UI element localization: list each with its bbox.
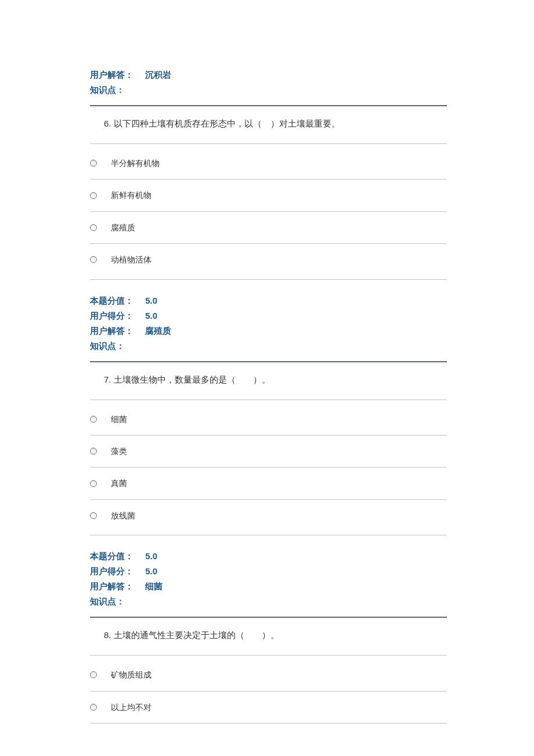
question-7-stem: 7. 土壤微生物中，数量最多的是（ ）。 <box>90 373 447 387</box>
option-label: 藻类 <box>111 445 127 458</box>
option-label: 矿物质组成 <box>111 668 151 681</box>
user-score-line: 用户得分： 5.0 <box>90 564 447 578</box>
question-7-options: 细菌 藻类 真菌 放线菌 <box>90 399 447 536</box>
option-row[interactable]: 以上均不对 <box>90 699 447 716</box>
radio-icon[interactable] <box>90 671 97 678</box>
user-answer-value: 腐殖质 <box>145 326 171 336</box>
question-score-value: 5.0 <box>145 551 157 561</box>
knowledge-point-label: 知识点： <box>90 341 125 351</box>
option-divider <box>90 243 447 244</box>
option-row[interactable]: 腐殖质 <box>90 219 447 236</box>
user-answer-value: 沉积岩 <box>145 70 171 80</box>
question-6-stem: 6. 以下四种土壤有机质存在形态中，以（ ）对土壤最重要。 <box>90 117 447 131</box>
radio-icon[interactable] <box>90 160 97 167</box>
option-label: 动植物活体 <box>111 253 151 266</box>
knowledge-point-line: 知识点： <box>90 595 447 609</box>
option-label: 以上均不对 <box>111 701 151 714</box>
knowledge-point-line: 知识点： <box>90 83 447 97</box>
option-row[interactable]: 矿物质组成 <box>90 666 447 683</box>
user-score-label: 用户得分： <box>90 311 134 321</box>
radio-icon[interactable] <box>90 224 97 231</box>
user-answer-label: 用户解答： <box>90 70 134 80</box>
question-7-result: 本题分值： 5.0 用户得分： 5.0 用户解答： 细菌 知识点： <box>90 549 447 609</box>
option-row[interactable]: 放线菌 <box>90 507 447 524</box>
option-label: 新鲜有机物 <box>111 189 151 201</box>
prev-result-block: 用户解答： 沉积岩 知识点： <box>90 68 447 97</box>
user-score-line: 用户得分： 5.0 <box>90 309 447 323</box>
option-divider <box>90 435 447 435</box>
question-score-label: 本题分值： <box>90 296 134 305</box>
option-label: 真菌 <box>111 477 127 489</box>
question-score-line: 本题分值： 5.0 <box>90 294 447 308</box>
option-row[interactable]: 细菌 <box>90 411 447 428</box>
radio-icon[interactable] <box>90 704 97 711</box>
user-answer-line: 用户解答： 沉积岩 <box>90 68 447 82</box>
user-score-value: 5.0 <box>145 311 157 321</box>
user-answer-label: 用户解答： <box>90 326 134 336</box>
knowledge-point-label: 知识点： <box>90 596 125 606</box>
user-answer-line: 用户解答： 腐殖质 <box>90 324 447 338</box>
option-label: 半分解有机物 <box>111 157 160 170</box>
radio-icon[interactable] <box>90 192 97 199</box>
section-divider <box>90 105 447 106</box>
radio-icon[interactable] <box>90 256 97 263</box>
option-divider <box>90 499 447 500</box>
option-divider <box>90 179 447 179</box>
question-8-stem: 8. 土壤的通气性主要决定于土壤的（ ）。 <box>90 628 447 642</box>
user-answer-value: 细菌 <box>145 581 163 591</box>
radio-icon[interactable] <box>90 512 97 519</box>
question-6-result: 本题分值： 5.0 用户得分： 5.0 用户解答： 腐殖质 知识点： <box>90 294 447 353</box>
option-row[interactable]: 藻类 <box>90 442 447 460</box>
question-6-options: 半分解有机物 新鲜有机物 腐殖质 动植物活体 <box>90 143 447 280</box>
radio-icon[interactable] <box>90 448 97 455</box>
radio-icon[interactable] <box>90 416 97 423</box>
user-answer-label: 用户解答： <box>90 581 134 591</box>
section-divider <box>90 361 447 362</box>
question-score-value: 5.0 <box>145 296 157 305</box>
option-divider <box>90 467 447 467</box>
question-score-label: 本题分值： <box>90 551 134 561</box>
user-score-label: 用户得分： <box>90 566 134 576</box>
section-divider <box>90 617 447 618</box>
option-divider <box>90 723 447 723</box>
option-label: 细菌 <box>111 413 127 426</box>
user-score-value: 5.0 <box>145 566 157 576</box>
question-score-line: 本题分值： 5.0 <box>90 549 447 563</box>
option-label: 放线菌 <box>111 509 135 522</box>
knowledge-point-line: 知识点： <box>90 339 447 353</box>
option-divider <box>90 211 447 212</box>
question-8-options: 矿物质组成 以上均不对 <box>90 655 447 736</box>
radio-icon[interactable] <box>90 480 97 487</box>
knowledge-point-label: 知识点： <box>90 85 125 95</box>
user-answer-line: 用户解答： 细菌 <box>90 579 447 593</box>
option-row[interactable]: 真菌 <box>90 474 447 492</box>
option-label: 腐殖质 <box>111 221 135 234</box>
option-row[interactable]: 半分解有机物 <box>90 154 447 172</box>
option-row[interactable]: 新鲜有机物 <box>90 186 447 204</box>
option-divider <box>90 691 447 692</box>
option-row[interactable]: 动植物活体 <box>90 251 447 268</box>
